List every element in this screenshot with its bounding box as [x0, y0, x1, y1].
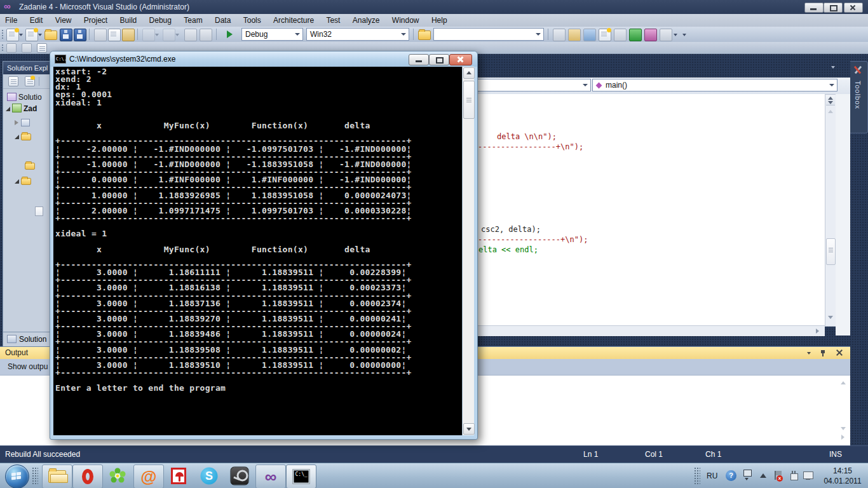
toolbar-options-icon[interactable] — [674, 34, 677, 36]
object-browser-button[interactable] — [583, 29, 596, 41]
redo-dropdown-icon[interactable] — [175, 34, 179, 36]
redo-button[interactable] — [163, 29, 175, 41]
command-window-button[interactable] — [660, 29, 672, 41]
taskbar-opera-button[interactable] — [72, 464, 103, 488]
taskbar-mailru-button[interactable]: @ — [133, 464, 164, 488]
close-button[interactable] — [844, 3, 863, 13]
scroll-down-button[interactable] — [463, 423, 475, 435]
menu-team[interactable]: Team — [179, 14, 207, 27]
help-tray-icon[interactable]: ? — [726, 470, 736, 481]
tray-mini-chevron-icon[interactable] — [745, 478, 749, 480]
color-window-button[interactable] — [644, 29, 657, 41]
start-button[interactable] — [5, 464, 29, 488]
start-page-button[interactable] — [629, 29, 642, 41]
output-hscroll-icon[interactable] — [841, 435, 844, 440]
extension-manager-button[interactable] — [614, 29, 627, 41]
menu-file[interactable]: File — [0, 14, 22, 27]
toolbox-button[interactable] — [599, 29, 611, 41]
language-indicator[interactable]: RU — [707, 471, 717, 480]
properties-window-button[interactable] — [568, 29, 581, 41]
cmd-window[interactable]: C:\. C:\Windows\system32\cmd.exe xstart:… — [50, 51, 478, 440]
power-plug-icon[interactable] — [789, 471, 798, 480]
taskbar-skype-button[interactable]: S — [194, 464, 224, 487]
solution-explorer-button[interactable] — [553, 29, 566, 41]
taskbar-explorer-button[interactable] — [42, 464, 72, 488]
cmd-minimize-button[interactable] — [409, 54, 429, 65]
scroll-up-button[interactable] — [463, 67, 475, 79]
undo-button[interactable] — [142, 29, 155, 41]
menu-help[interactable]: Help — [426, 14, 452, 27]
cmd-close-button[interactable] — [449, 54, 472, 65]
console-scrollbar[interactable] — [462, 67, 474, 435]
save-button[interactable] — [60, 29, 72, 41]
menu-tools[interactable]: Tools — [238, 14, 266, 27]
window-position-icon[interactable] — [807, 352, 811, 355]
show-all-files-button[interactable] — [25, 76, 35, 86]
members-combo[interactable]: main() — [592, 79, 837, 92]
scrollbar-thumb[interactable] — [463, 81, 475, 119]
editor-tool-button-1[interactable] — [6, 43, 17, 53]
save-all-button[interactable] — [74, 29, 86, 41]
menu-window[interactable]: Window — [387, 14, 424, 27]
tray-clock[interactable]: 14:15 04.01.2011 — [818, 466, 867, 486]
tree-item-project[interactable]: Zad — [6, 104, 37, 114]
new-project-button[interactable] — [6, 29, 19, 41]
paste-button[interactable] — [122, 29, 135, 41]
copy-button[interactable] — [108, 29, 121, 41]
minimize-button[interactable] — [804, 3, 824, 13]
tree-item-folder-3[interactable] — [15, 176, 33, 187]
cmd-restore-button[interactable] — [429, 54, 449, 65]
menu-test[interactable]: Test — [321, 14, 345, 27]
menu-project[interactable]: Project — [79, 14, 112, 27]
maximize-button[interactable] — [824, 3, 843, 13]
menu-view[interactable]: View — [50, 14, 77, 27]
taskbar-avira-button[interactable] — [164, 464, 193, 487]
navigate-backward-button[interactable] — [184, 29, 197, 41]
navigate-forward-button[interactable] — [200, 29, 212, 41]
pin-icon[interactable] — [820, 349, 826, 357]
undo-dropdown-icon[interactable] — [155, 34, 159, 36]
menu-analyze[interactable]: Analyze — [348, 14, 385, 27]
add-item-dropdown-icon[interactable] — [38, 34, 42, 36]
menu-edit[interactable]: Edit — [25, 14, 48, 27]
start-debugging-button[interactable] — [224, 29, 235, 40]
tree-item-dependencies[interactable] — [15, 118, 32, 128]
tree-item-solution[interactable]: Solutio — [7, 92, 42, 103]
tree-item-file[interactable] — [35, 207, 45, 217]
scrollbar-thumb[interactable] — [826, 238, 836, 265]
document-tabs-dropdown-icon[interactable] — [831, 66, 835, 69]
split-handle[interactable] — [826, 95, 835, 105]
tree-item-folder-2[interactable] — [25, 161, 37, 172]
network-icon[interactable] — [803, 471, 814, 480]
taskbar-steam-button[interactable] — [225, 464, 254, 487]
menu-debug[interactable]: Debug — [144, 14, 177, 27]
menu-data[interactable]: Data — [210, 14, 236, 27]
toolbar-grip[interactable] — [1, 29, 4, 39]
new-project-dropdown-icon[interactable] — [19, 34, 23, 36]
find-in-files-button[interactable] — [418, 30, 431, 40]
open-file-button[interactable] — [44, 30, 57, 40]
taskbar-cmd-button[interactable]: C:\_ — [286, 464, 316, 488]
tree-item-folder-1[interactable] — [15, 132, 33, 142]
action-center-icon[interactable]: x — [774, 471, 782, 480]
taskbar-icq-button[interactable] — [103, 464, 132, 487]
add-item-button[interactable] — [25, 29, 38, 41]
console-output[interactable]: xstart: -2 xend: 2 dx: 1 eps: 0.0001 xid… — [53, 67, 462, 435]
tab-toolbox[interactable]: Toolbox — [850, 61, 868, 133]
cut-button[interactable] — [94, 29, 107, 41]
solution-platform-combo[interactable]: Win32 — [306, 28, 409, 41]
close-panel-icon[interactable] — [836, 349, 843, 356]
menu-build[interactable]: Build — [115, 14, 142, 27]
solution-configuration-combo[interactable]: Debug — [241, 28, 303, 41]
find-combo[interactable] — [433, 28, 544, 41]
editor-tool-button-2[interactable] — [22, 43, 32, 53]
restore-windows-tray-icon[interactable] — [743, 470, 752, 477]
cmd-title-bar[interactable]: C:\. C:\Windows\system32\cmd.exe — [50, 51, 477, 67]
taskbar-visual-studio-button[interactable]: ∞ — [255, 464, 286, 488]
menu-architecture[interactable]: Architecture — [268, 14, 319, 27]
properties-button[interactable] — [8, 76, 18, 86]
editor-tool-button-3[interactable] — [37, 43, 47, 53]
show-hidden-icons-button[interactable] — [760, 473, 766, 478]
toolbar-grip[interactable] — [1, 44, 4, 51]
toolbar-overflow-icon[interactable] — [682, 34, 686, 36]
